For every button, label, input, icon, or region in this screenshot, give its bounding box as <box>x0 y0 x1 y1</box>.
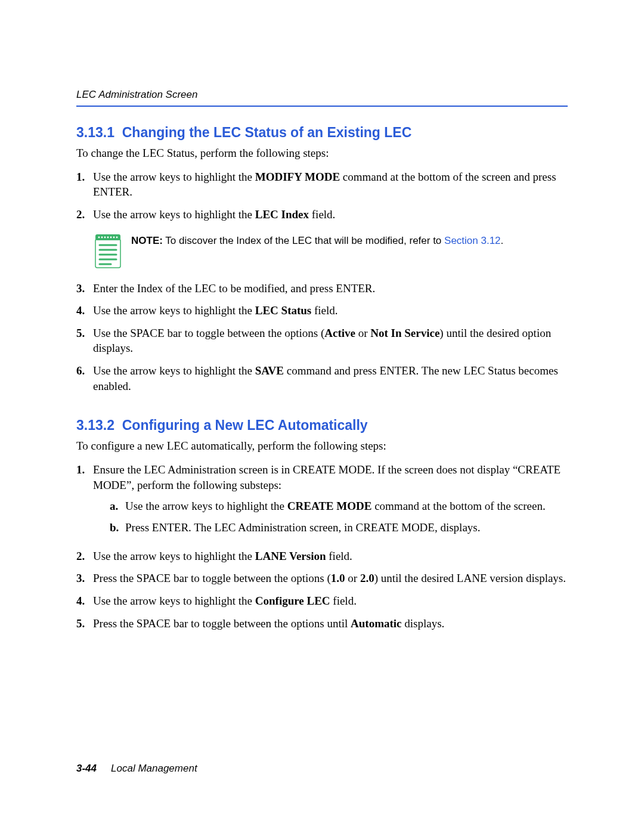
section-intro: To change the LEC Status, perform the fo… <box>76 145 568 161</box>
step-marker: 3. <box>76 281 93 296</box>
substep-text: Use the arrow keys to highlight the <box>125 500 287 512</box>
note-tail: . <box>501 235 504 246</box>
step-text: ) until the desired LANE version display… <box>374 572 566 584</box>
step-text: or <box>355 327 370 339</box>
svg-point-2 <box>98 236 100 238</box>
step-text: Use the arrow keys to highlight the <box>93 171 255 183</box>
step-bold: 1.0 <box>331 572 345 584</box>
substep-text: command at the bottom of the screen. <box>371 500 545 512</box>
substep-marker: a. <box>110 498 125 514</box>
step-bold: Active <box>324 327 355 339</box>
step-2: 2. Use the arrow keys to highlight the L… <box>76 549 568 564</box>
section-intro: To configure a new LEC automatically, pe… <box>76 438 568 454</box>
note-callout: NOTE: To discover the Index of the LEC t… <box>93 233 568 269</box>
step-text: Enter the Index of the LEC to be modifie… <box>93 281 375 296</box>
section-title: Configuring a New LEC Automatically <box>122 417 368 433</box>
svg-point-5 <box>107 236 109 238</box>
ordered-steps-1b: 3. Enter the Index of the LEC to be modi… <box>76 281 568 394</box>
step-marker: 1. <box>76 462 93 541</box>
step-text: Press the SPACE bar to toggle between th… <box>93 572 331 584</box>
step-1: 1. Ensure the LEC Administration screen … <box>76 462 568 541</box>
step-4: 4. Use the arrow keys to highlight the C… <box>76 593 568 609</box>
page-number: 3-44 <box>76 763 97 774</box>
footer-doc-title: Local Management <box>111 763 197 774</box>
step-text: displays. <box>402 617 445 630</box>
step-bold: Not In Service <box>370 327 439 339</box>
step-5: 5. Use the SPACE bar to toggle between t… <box>76 326 568 356</box>
step-marker: 4. <box>76 593 93 609</box>
ordered-steps-2: 1. Ensure the LEC Administration screen … <box>76 462 568 631</box>
step-marker: 4. <box>76 303 93 318</box>
step-1: 1. Use the arrow keys to highlight the M… <box>76 169 568 200</box>
section-heading-3-13-1: 3.13.1 Changing the LEC Status of an Exi… <box>76 123 568 142</box>
step-bold: LEC Status <box>255 304 312 317</box>
step-marker: 5. <box>76 326 93 356</box>
step-marker: 5. <box>76 616 93 631</box>
step-bold: SAVE <box>255 364 284 377</box>
document-page: LEC Administration Screen 3.13.1 Changin… <box>0 0 644 833</box>
substep-a: a. Use the arrow keys to highlight the C… <box>110 498 568 514</box>
step-text: Use the arrow keys to highlight the <box>93 208 255 221</box>
step-bold: LEC Index <box>255 208 309 221</box>
step-text: Ensure the LEC Administration screen is … <box>93 462 568 493</box>
substep-b: b. Press ENTER. The LEC Administration s… <box>110 520 568 535</box>
step-3: 3. Enter the Index of the LEC to be modi… <box>76 281 568 296</box>
step-marker: 1. <box>76 169 93 200</box>
note-text: NOTE: To discover the Index of the LEC t… <box>131 233 503 248</box>
step-text: field. <box>326 550 352 562</box>
step-6: 6. Use the arrow keys to highlight the S… <box>76 363 568 394</box>
step-2: 2. Use the arrow keys to highlight the L… <box>76 207 568 222</box>
step-4: 4. Use the arrow keys to highlight the L… <box>76 303 568 318</box>
step-bold: 2.0 <box>360 572 374 584</box>
step-5: 5. Press the SPACE bar to toggle between… <box>76 616 568 631</box>
substep-bold: CREATE MODE <box>287 500 372 512</box>
ordered-steps-1: 1. Use the arrow keys to highlight the M… <box>76 169 568 222</box>
svg-point-3 <box>101 236 103 238</box>
step-bold: Configure LEC <box>255 594 330 607</box>
step-bold: Automatic <box>351 617 401 630</box>
step-marker: 3. <box>76 571 93 586</box>
step-text: Press the SPACE bar to toggle between th… <box>93 617 351 630</box>
step-text: field. <box>309 208 335 221</box>
step-3: 3. Press the SPACE bar to toggle between… <box>76 571 568 586</box>
note-label: NOTE: <box>131 235 163 246</box>
step-marker: 2. <box>76 207 93 222</box>
note-link[interactable]: Section 3.12 <box>444 235 501 246</box>
step-bold: LANE Version <box>255 550 326 562</box>
step-text: Use the arrow keys to highlight the <box>93 304 255 317</box>
substep-marker: b. <box>110 520 125 535</box>
substep-text: Press ENTER. The LEC Administration scre… <box>125 520 480 535</box>
note-icon <box>93 233 123 269</box>
step-bold: MODIFY MODE <box>255 171 340 183</box>
step-text: or <box>345 572 360 584</box>
step-text: Use the arrow keys to highlight the <box>93 550 255 562</box>
running-header: LEC Administration Screen <box>76 88 568 107</box>
svg-point-6 <box>110 236 112 238</box>
section-number: 3.13.2 <box>76 417 114 433</box>
svg-point-4 <box>104 236 106 238</box>
step-marker: 6. <box>76 363 93 394</box>
step-text: field. <box>330 594 357 607</box>
substeps: a. Use the arrow keys to highlight the C… <box>93 498 568 535</box>
step-marker: 2. <box>76 549 93 564</box>
note-body: To discover the Index of the LEC that wi… <box>163 235 444 246</box>
section-heading-3-13-2: 3.13.2 Configuring a New LEC Automatical… <box>76 416 568 435</box>
step-text: field. <box>311 304 338 317</box>
svg-point-8 <box>116 236 118 238</box>
svg-point-7 <box>113 236 115 238</box>
section-number: 3.13.1 <box>76 125 114 140</box>
step-text: Use the SPACE bar to toggle between the … <box>93 327 324 339</box>
section-title: Changing the LEC Status of an Existing L… <box>122 125 412 140</box>
step-text: Use the arrow keys to highlight the <box>93 594 255 607</box>
page-footer: 3-44Local Management <box>76 762 197 776</box>
step-text: Use the arrow keys to highlight the <box>93 364 255 377</box>
